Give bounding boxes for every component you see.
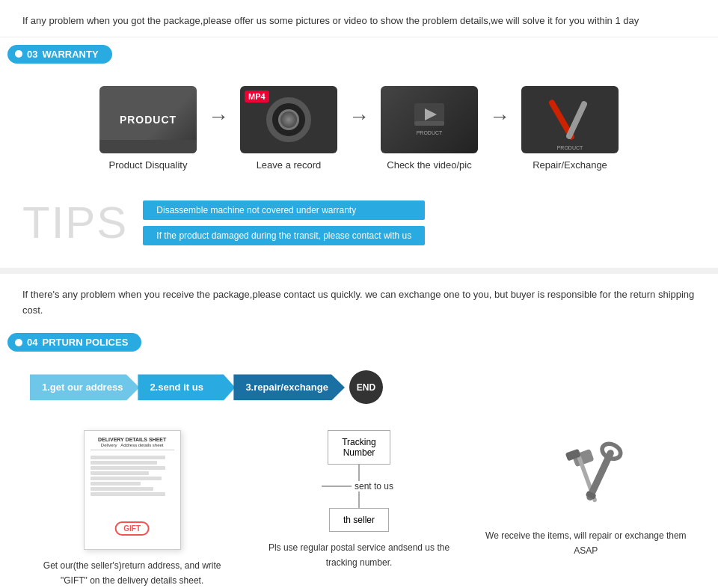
video-screen: PRODUCT — [381, 86, 478, 153]
tools-icon-return — [541, 430, 630, 520]
tips-section: TIPS Disassemble machine not covered und… — [0, 186, 718, 268]
delivery-sheet: DELIVERY DETAILS SHEETDelivery Address d… — [84, 430, 181, 550]
track-left-branch: sent to us th seller — [322, 465, 396, 532]
warranty-intro: If any problem when you got the package,… — [0, 0, 718, 37]
camera-lens — [278, 109, 299, 130]
sheet-line — [90, 482, 141, 486]
step-end: END — [349, 370, 383, 404]
detail-col-2: TrackingNumber sent to us th s — [257, 430, 461, 569]
step-3-label: 3.repair/exchange — [245, 382, 328, 393]
leave-record-img: MP4 — [240, 86, 337, 153]
sheet-header: DELIVERY DETAILS SHEETDelivery Address d… — [90, 437, 174, 450]
sheet-line — [90, 487, 153, 491]
mp4-badge: MP4 — [245, 91, 269, 102]
tracking-number-text: TrackingNumber — [342, 437, 376, 458]
return-intro-text: If there's any problem when you receive … — [22, 289, 694, 316]
sheet-line — [90, 456, 166, 459]
detail-desc-1: Get our(the seller's)return address, and… — [30, 559, 234, 587]
detail-desc-3: We receive the items, will repair or exc… — [484, 529, 688, 557]
video-icon — [414, 103, 444, 126]
warranty-flow: PRODUCT Product Disquality → MP4 Leave a… — [0, 71, 718, 186]
return-badge: 04 PRTURN POLICES — [7, 333, 141, 352]
wrench-icon — [565, 100, 588, 140]
product-label: PRODUCT — [120, 114, 177, 126]
arrow-2: → — [349, 105, 369, 129]
flow-label-1: Product Disquality — [109, 159, 188, 171]
flow-item-3: PRODUCT Check the video/pic — [381, 86, 478, 171]
tracking-diagram: TrackingNumber sent to us th s — [322, 430, 396, 532]
warranty-section: If any problem when you got the package,… — [0, 0, 718, 268]
detail-desc-2: Pls use regular postal service andsend u… — [257, 541, 461, 569]
tips-item-2: If the product damaged during the transi… — [143, 226, 425, 245]
flow-label-4: Repair/Exchange — [533, 159, 607, 171]
tools-svg — [541, 426, 630, 524]
sheet-line — [90, 477, 162, 480]
sheet-line — [90, 471, 149, 475]
sent-to-us-label: sent to us — [352, 481, 396, 491]
step-3: 3.repair/exchange — [233, 374, 345, 400]
sheet-line — [90, 461, 158, 465]
warranty-badge-number: 03 — [27, 49, 37, 60]
track-line-top — [358, 465, 360, 481]
flow-item-1: PRODUCT Product Disquality — [99, 86, 197, 171]
step-2-label: 2.send it us — [150, 382, 203, 393]
sheet-lines — [90, 456, 174, 496]
step-end-label: END — [357, 382, 375, 393]
product-base — [99, 140, 197, 153]
return-badge-dot — [15, 339, 22, 346]
warranty-badge-label: WARRANTY — [42, 49, 98, 60]
flow-item-2: MP4 Leave a record — [240, 86, 337, 171]
detail-col-1: DELIVERY DETAILS SHEETDelivery Address d… — [30, 430, 234, 587]
return-badge-label: PRTURN POLICES — [42, 337, 128, 348]
gift-circle: GIFT — [114, 521, 150, 536]
step-1-label: 1.get our address — [42, 382, 123, 393]
camera-body — [266, 97, 311, 142]
tips-title: TIPS — [22, 200, 128, 245]
track-line-bottom — [358, 491, 360, 508]
return-steps: 1.get our address 2.send it us 3.repair/… — [0, 359, 718, 415]
sheet-line — [90, 492, 166, 496]
tips-item-1: Disassemble machine not covered under wa… — [143, 200, 425, 220]
flow-label-2: Leave a record — [257, 159, 322, 171]
detail-col-3: We receive the items, will repair or exc… — [484, 430, 688, 557]
track-branch: sent to us th seller — [322, 465, 396, 532]
return-section: If there's any problem when you receive … — [0, 274, 718, 588]
page-wrapper: If any problem when you got the package,… — [0, 0, 718, 588]
product-disquality-img: PRODUCT — [99, 86, 197, 153]
warranty-badge: 03 WARRANTY — [7, 45, 112, 64]
flow-label-3: Check the video/pic — [387, 159, 471, 171]
return-badge-number: 04 — [27, 337, 37, 348]
th-seller-box: th seller — [329, 508, 389, 532]
return-intro: If there's any problem when you receive … — [0, 274, 718, 326]
check-video-img: PRODUCT — [381, 86, 478, 153]
track-horiz-left — [322, 486, 352, 487]
th-seller-text: th seller — [343, 515, 375, 525]
flow-item-4: PRODUCT Repair/Exchange — [521, 86, 619, 171]
repair-img: PRODUCT — [521, 86, 619, 153]
step-1: 1.get our address — [30, 374, 139, 400]
sheet-line — [90, 466, 166, 470]
step-2: 2.send it us — [138, 374, 235, 400]
arrow-1: → — [208, 105, 229, 129]
badge-dot — [15, 50, 22, 58]
warranty-intro-text: If any problem when you got the package,… — [22, 15, 639, 26]
track-horiz-row: sent to us — [322, 481, 396, 491]
arrow-3: → — [489, 105, 510, 129]
tips-list: Disassemble machine not covered under wa… — [143, 200, 425, 245]
product-label-4: PRODUCT — [557, 145, 583, 150]
return-details: DELIVERY DETAILS SHEETDelivery Address d… — [0, 415, 718, 588]
tracking-number-box: TrackingNumber — [328, 430, 390, 465]
svg-rect-2 — [414, 121, 444, 126]
tools-container — [544, 94, 596, 146]
